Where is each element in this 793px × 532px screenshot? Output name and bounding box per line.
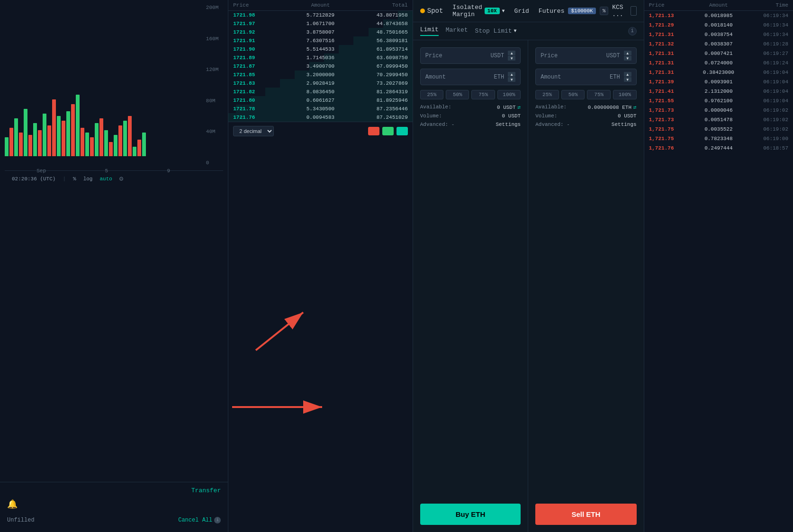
sell-available-exchange-icon[interactable]: ⇄ [633, 104, 637, 110]
square-icon[interactable] [631, 6, 636, 16]
isolated-margin-tab[interactable]: Isolated Margin 10X ▼ [452, 4, 505, 18]
buy-amount-currency: ETH [494, 74, 505, 80]
stop-limit-tab[interactable]: Stop Limit ▼ [475, 27, 517, 35]
buy-available-exchange-icon[interactable]: ⇄ [518, 104, 521, 110]
buy-available-label: Available: [420, 104, 451, 110]
isolated-dropdown-icon[interactable]: ▼ [502, 9, 505, 14]
kcs-label[interactable]: KCS ... [612, 4, 627, 18]
buy-pct-25[interactable]: 25% [420, 90, 443, 99]
chart-bar [28, 135, 32, 156]
sell-amount-up[interactable]: ▲ [624, 72, 631, 77]
spot-tab[interactable]: Spot [420, 7, 443, 15]
trade-history-row[interactable]: 1,721.550.976210006:19:04 [644, 96, 793, 106]
trade-history-row[interactable]: 1,721.730.000004606:19:02 [644, 106, 793, 115]
buy-price-stepper[interactable]: ▲ ▼ [508, 51, 515, 61]
sell-price-down[interactable]: ▼ [624, 56, 631, 61]
grid-button[interactable]: Grid [514, 8, 529, 15]
order-book-row[interactable]: 1721.760.009458387.2451029 [228, 113, 413, 122]
order-book-row[interactable]: 1721.873.490070067.0999450 [228, 62, 413, 71]
unfilled-label: Unfilled [7, 517, 35, 523]
order-book-row[interactable]: 1721.891.714503663.6098750 [228, 53, 413, 62]
sell-pct-50[interactable]: 50% [561, 90, 585, 99]
chart-pct-toggle[interactable]: % [73, 176, 76, 182]
sell-eth-button[interactable]: Sell ETH [535, 504, 636, 525]
chart-log-toggle[interactable]: log [83, 176, 93, 182]
order-info-button[interactable]: i [628, 27, 637, 35]
order-book-row[interactable]: 1721.917.630751656.3809181 [228, 36, 413, 45]
sell-volume-value: 0 USDT [618, 113, 637, 119]
sell-price-stepper[interactable]: ▲ ▼ [624, 51, 631, 61]
sell-pct-100[interactable]: 100% [613, 90, 637, 99]
buy-eth-button[interactable]: Buy ETH [420, 504, 521, 525]
limit-tab[interactable]: Limit [420, 26, 439, 36]
buy-pct-100[interactable]: 100% [497, 90, 521, 99]
chart-bar [19, 133, 23, 156]
buy-price-down[interactable]: ▼ [508, 56, 515, 61]
trade-history-row[interactable]: 1,721.130.001898506:19:34 [644, 11, 793, 20]
order-book-row[interactable]: 1721.905.514453361.8953714 [228, 45, 413, 53]
trade-history-row[interactable]: 1,721.750.782334806:19:00 [644, 134, 793, 143]
trade-price: 1,721.29 [649, 22, 695, 28]
x-axis: Sep 5 9 [5, 166, 223, 176]
sell-amount-stepper[interactable]: ▲ ▼ [624, 72, 631, 82]
sell-pct-75[interactable]: 75% [587, 90, 611, 99]
market-tab[interactable]: Market [446, 27, 468, 35]
y-axis-200m: 200M [206, 5, 218, 10]
color-dot-green[interactable] [382, 127, 394, 135]
cancel-all-info-icon[interactable]: i [214, 517, 221, 523]
trade-amount: 0.0093901 [695, 79, 742, 85]
trade-history-row[interactable]: 1,721.390.009390106:19:04 [644, 77, 793, 87]
trade-history-row[interactable]: 1,721.760.249744406:18:57 [644, 143, 793, 153]
buy-amount-input[interactable]: Amount ETH ▲ ▼ [420, 69, 521, 85]
sell-settings-label[interactable]: Settings [612, 122, 637, 127]
trade-price: 1,721.39 [649, 79, 695, 85]
buy-pct-50[interactable]: 50% [446, 90, 469, 99]
trade-history-row[interactable]: 1,721.310.3842300006:19:04 [644, 68, 793, 77]
trade-time: 06:19:34 [742, 32, 788, 37]
trade-history-row[interactable]: 1,721.730.005147806:19:02 [644, 115, 793, 124]
trade-history-row[interactable]: 1,721.320.003830706:19:28 [644, 39, 793, 49]
order-book-row[interactable]: 1721.785.343050087.2356446 [228, 105, 413, 113]
trade-history-row[interactable]: 1,721.412.131200006:19:04 [644, 87, 793, 96]
sell-price-input[interactable]: Price USDT ▲ ▼ [535, 47, 636, 64]
decimal-select[interactable]: 2 decimal [233, 126, 274, 136]
transfer-button[interactable]: Transfer [191, 487, 221, 494]
order-book-row[interactable]: 1721.800.606162781.8925946 [228, 96, 413, 105]
order-book-row[interactable]: 1721.971.067170044.8743658 [228, 19, 413, 28]
sell-amount-currency: ETH [610, 74, 620, 80]
sell-percentage-row: 25% 50% 75% 100% [535, 90, 636, 99]
bottom-left: Transfer 🔔 Unfilled Cancel All i [0, 482, 228, 532]
color-dot-red[interactable] [368, 127, 379, 135]
order-book-row[interactable]: 1721.832.902841973.2027869 [228, 79, 413, 88]
chart-auto-toggle[interactable]: auto [99, 176, 112, 182]
buy-amount-down[interactable]: ▼ [508, 77, 515, 82]
buy-column: Price USDT ▲ ▼ Amount ETH ▲ ▼ [413, 40, 528, 532]
sell-amount-input[interactable]: Amount ETH ▲ ▼ [535, 69, 636, 85]
trade-history-row[interactable]: 1,721.310.000742106:19:27 [644, 49, 793, 58]
trade-history-row[interactable]: 1,721.310.003875406:19:34 [644, 30, 793, 39]
sell-volume-label: Volume: [535, 113, 557, 119]
buy-price-up[interactable]: ▲ [508, 51, 515, 55]
stop-limit-dropdown-icon[interactable]: ▼ [514, 28, 517, 34]
bell-icon[interactable]: 🔔 [7, 499, 18, 509]
buy-pct-75[interactable]: 75% [471, 90, 495, 99]
buy-amount-up[interactable]: ▲ [508, 72, 515, 77]
pct-icon[interactable]: % [600, 7, 609, 15]
buy-price-input[interactable]: Price USDT ▲ ▼ [420, 47, 521, 64]
sell-amount-down[interactable]: ▼ [624, 77, 631, 82]
buy-amount-stepper[interactable]: ▲ ▼ [508, 72, 515, 82]
order-book-row[interactable]: 1721.923.875800748.7501665 [228, 28, 413, 36]
cancel-all-button[interactable]: Cancel All i [178, 517, 221, 523]
sell-price-up[interactable]: ▲ [624, 51, 631, 55]
order-book-row[interactable]: 1721.853.200000070.2999450 [228, 71, 413, 79]
trade-history-row[interactable]: 1,721.750.003552206:19:02 [644, 124, 793, 134]
order-book-row[interactable]: 1721.985.721282943.8071958 [228, 11, 413, 19]
trade-amount: 2.1312000 [695, 89, 742, 94]
order-book-row[interactable]: 1721.828.083645081.2864319 [228, 88, 413, 96]
buy-settings-label[interactable]: Settings [496, 122, 521, 127]
sell-pct-25[interactable]: 25% [535, 90, 559, 99]
trade-history-row[interactable]: 1,721.290.001814006:19:34 [644, 20, 793, 30]
trade-history-row[interactable]: 1,721.310.072400006:19:24 [644, 58, 793, 68]
color-dot-teal[interactable] [396, 127, 408, 135]
sell-column: Price USDT ▲ ▼ Amount ETH ▲ ▼ [528, 40, 643, 532]
